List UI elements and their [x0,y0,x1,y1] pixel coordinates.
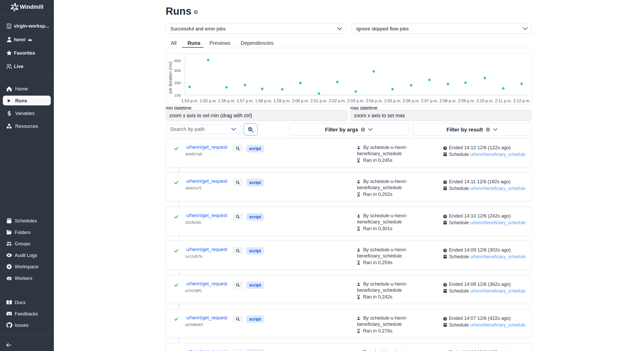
svg-text:1:56 p.m.: 1:56 p.m. [218,99,235,103]
svg-text:2:10 p.m.: 2:10 p.m. [476,99,494,103]
svg-text:250: 250 [174,81,181,85]
svg-text:400: 400 [174,68,181,73]
svg-text:600: 600 [174,58,181,63]
svg-text:1:55 p.m.: 1:55 p.m. [200,99,217,103]
svg-text:2:03 p.m.: 2:03 p.m. [347,99,365,103]
svg-text:2:07 p.m.: 2:07 p.m. [421,99,438,103]
svg-text:2:00 p.m.: 2:00 p.m. [292,99,309,103]
svg-text:150: 150 [174,93,181,97]
svg-text:2:11 p.m.: 2:11 p.m. [495,99,512,103]
svg-text:1:59 p.m.: 1:59 p.m. [274,99,291,103]
svg-text:2:09 p.m.: 2:09 p.m. [458,99,475,103]
svg-text:2:12 p.m.: 2:12 p.m. [513,99,530,103]
svg-text:1:57 p.m.: 1:57 p.m. [236,99,254,103]
svg-text:2:06 p.m.: 2:06 p.m. [403,99,420,103]
svg-text:job duration (ms): job duration (ms) [168,62,173,94]
svg-text:2:05 p.m.: 2:05 p.m. [384,99,401,103]
svg-text:2:01 p.m.: 2:01 p.m. [310,99,328,103]
svg-text:1:58 p.m.: 1:58 p.m. [255,99,272,103]
svg-text:2:04 p.m.: 2:04 p.m. [366,99,383,103]
svg-text:2:02 p.m.: 2:02 p.m. [329,99,346,103]
svg-text:2:08 p.m.: 2:08 p.m. [439,99,457,103]
svg-text:1:54 p.m.: 1:54 p.m. [181,99,199,103]
